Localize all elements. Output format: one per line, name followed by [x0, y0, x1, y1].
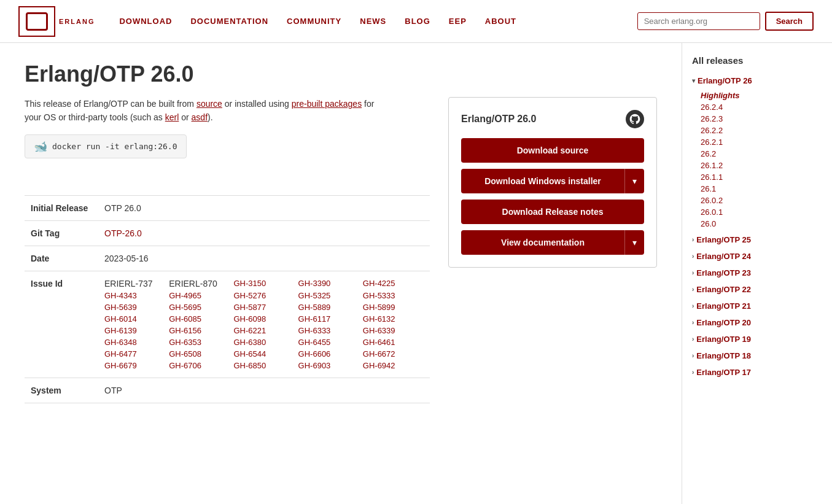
date-value: 2023-05-16 — [98, 246, 430, 271]
issue-id-link[interactable]: GH-4225 — [363, 279, 424, 289]
sidebar-section-8: ›Erlang/OTP 18 — [692, 349, 807, 362]
view-documentation-button[interactable]: View documentation — [461, 230, 624, 255]
issue-id-link[interactable]: GH-4965 — [169, 291, 230, 300]
issue-id-link[interactable]: GH-3390 — [298, 279, 359, 289]
asdf-link[interactable]: asdf — [192, 112, 208, 122]
issue-id-link[interactable]: GH-6461 — [363, 338, 424, 347]
issue-id-link[interactable]: GH-6706 — [169, 361, 230, 370]
download-release-notes-button[interactable]: Download Release notes — [461, 200, 644, 224]
download-windows-button[interactable]: Download Windows installer — [461, 169, 624, 193]
sidebar-sub-item-0-3[interactable]: 26.2.2 — [701, 125, 807, 136]
sidebar-sub-item-0-6[interactable]: 26.1.2 — [701, 160, 807, 171]
nav-about[interactable]: ABOUT — [485, 17, 516, 26]
issue-id-link[interactable]: GH-6380 — [233, 338, 294, 347]
search-input[interactable] — [637, 12, 760, 30]
issue-id-link[interactable]: GH-6085 — [169, 314, 230, 324]
sidebar-section-header-6[interactable]: ›Erlang/OTP 20 — [692, 316, 807, 329]
sidebar-sub-item-0-0[interactable]: Highlights — [701, 90, 807, 101]
sidebar-section-label-9: Erlang/OTP 17 — [696, 368, 751, 377]
issue-id-link[interactable]: GH-6139 — [104, 326, 165, 335]
issue-id-link[interactable]: GH-5899 — [363, 303, 424, 312]
page-title: Erlang/OTP 26.0 — [25, 61, 657, 87]
issue-id-link[interactable]: GH-6353 — [169, 338, 230, 347]
issue-id-link[interactable]: GH-6339 — [363, 326, 424, 335]
sidebar-sub-item-0-10[interactable]: 26.0.1 — [701, 206, 807, 218]
sidebar-sub-item-0-11[interactable]: 26.0 — [701, 218, 807, 230]
sidebar-section-header-8[interactable]: ›Erlang/OTP 18 — [692, 349, 807, 362]
issue-id-link[interactable]: GH-6903 — [298, 361, 359, 370]
issue-id-link[interactable]: GH-6132 — [363, 314, 424, 324]
github-icon[interactable] — [626, 110, 644, 128]
download-windows-caret[interactable]: ▾ — [624, 169, 644, 193]
main-layout: Erlang/OTP 26.0 This release of Erlang/O… — [0, 43, 832, 504]
issue-id-link[interactable]: GH-6544 — [233, 349, 294, 359]
sidebar-sub-item-0-9[interactable]: 26.0.2 — [701, 195, 807, 206]
issue-id-link[interactable]: GH-6672 — [363, 349, 424, 359]
issue-ids-grid: ERIERL-737ERIERL-870GH-3150GH-3390GH-422… — [104, 279, 424, 370]
issue-id-link[interactable]: GH-5325 — [298, 291, 359, 300]
sidebar-sub-item-0-8[interactable]: 26.1 — [701, 183, 807, 195]
issue-id-plain: ERIERL-870 — [169, 279, 230, 289]
sidebar-sub-item-0-7[interactable]: 26.1.1 — [701, 171, 807, 183]
issue-id-row: Issue Id ERIERL-737ERIERL-870GH-3150GH-3… — [25, 271, 430, 378]
prebuilt-packages-link[interactable]: pre-built packages — [292, 99, 362, 109]
content-with-panel: This release of Erlang/OTP can be built … — [25, 97, 657, 403]
issue-id-link[interactable]: GH-6221 — [233, 326, 294, 335]
sidebar-sub-item-0-4[interactable]: 26.2.1 — [701, 136, 807, 148]
issue-id-link[interactable]: GH-6455 — [298, 338, 359, 347]
nav-eep[interactable]: EEP — [449, 17, 467, 26]
issue-id-link[interactable]: GH-5889 — [298, 303, 359, 312]
chevron-right-icon: › — [692, 269, 694, 276]
issue-id-link[interactable]: GH-6508 — [169, 349, 230, 359]
issue-id-link[interactable]: GH-6333 — [298, 326, 359, 335]
issue-id-link[interactable]: GH-6156 — [169, 326, 230, 335]
sidebar: All releases ▾Erlang/OTP 26Highlights26.… — [682, 43, 817, 504]
nav-community[interactable]: COMMUNITY — [287, 17, 341, 26]
nav-blog[interactable]: BLOG — [405, 17, 430, 26]
chevron-right-icon: › — [692, 369, 694, 376]
sidebar-section-header-0[interactable]: ▾Erlang/OTP 26 — [692, 74, 807, 87]
issue-id-link[interactable]: GH-6942 — [363, 361, 424, 370]
nav-download[interactable]: DOWNLOAD — [119, 17, 172, 26]
sidebar-section-header-2[interactable]: ›Erlang/OTP 24 — [692, 250, 807, 263]
issue-id-link[interactable]: GH-6679 — [104, 361, 165, 370]
sidebar-section-header-5[interactable]: ›Erlang/OTP 21 — [692, 300, 807, 312]
issue-id-link[interactable]: GH-5276 — [233, 291, 294, 300]
issue-id-link[interactable]: GH-5877 — [233, 303, 294, 312]
source-link[interactable]: source — [196, 99, 222, 109]
issue-id-link[interactable]: GH-6098 — [233, 314, 294, 324]
issue-id-link[interactable]: GH-4343 — [104, 291, 165, 300]
issue-id-link[interactable]: GH-5695 — [169, 303, 230, 312]
download-source-button[interactable]: Download source — [461, 138, 644, 163]
issue-id-link[interactable]: GH-3150 — [233, 279, 294, 289]
issue-id-cell: ERIERL-737ERIERL-870GH-3150GH-3390GH-422… — [98, 271, 430, 378]
git-tag-link[interactable]: OTP-26.0 — [104, 228, 142, 238]
sidebar-sub-item-0-1[interactable]: 26.2.4 — [701, 101, 807, 113]
nav-documentation[interactable]: DOCUMENTATION — [190, 17, 268, 26]
kerl-link[interactable]: kerl — [165, 112, 179, 122]
issue-id-link[interactable]: GH-6014 — [104, 314, 165, 324]
issue-id-link[interactable]: GH-5639 — [104, 303, 165, 312]
issue-id-link[interactable]: GH-6850 — [233, 361, 294, 370]
sidebar-sub-item-0-5[interactable]: 26.2 — [701, 148, 807, 160]
issue-id-link[interactable]: GH-6348 — [104, 338, 165, 347]
chevron-right-icon: › — [692, 253, 694, 260]
view-documentation-caret[interactable]: ▾ — [624, 230, 644, 255]
issue-id-link[interactable]: GH-6117 — [298, 314, 359, 324]
issue-ids-wrapper[interactable]: ERIERL-737ERIERL-870GH-3150GH-3390GH-422… — [104, 279, 424, 370]
search-button[interactable]: Search — [765, 12, 814, 31]
initial-release-row: Initial Release OTP 26.0 — [25, 195, 430, 220]
issue-id-plain: ERIERL-737 — [104, 279, 165, 289]
sidebar-section-header-7[interactable]: ›Erlang/OTP 19 — [692, 333, 807, 346]
sidebar-section-header-3[interactable]: ›Erlang/OTP 23 — [692, 266, 807, 279]
sidebar-sub-item-0-2[interactable]: 26.2.3 — [701, 113, 807, 125]
sidebar-section-header-4[interactable]: ›Erlang/OTP 22 — [692, 283, 807, 296]
nav-news[interactable]: NEWS — [360, 17, 386, 26]
issue-id-link[interactable]: GH-5333 — [363, 291, 424, 300]
issue-id-link[interactable]: GH-6477 — [104, 349, 165, 359]
sidebar-section-header-9[interactable]: ›Erlang/OTP 17 — [692, 366, 807, 379]
sidebar-section-header-1[interactable]: ›Erlang/OTP 25 — [692, 233, 807, 246]
issue-id-link[interactable]: GH-6606 — [298, 349, 359, 359]
logo[interactable]: ERLANG — [18, 6, 95, 37]
chevron-right-icon: › — [692, 352, 694, 359]
